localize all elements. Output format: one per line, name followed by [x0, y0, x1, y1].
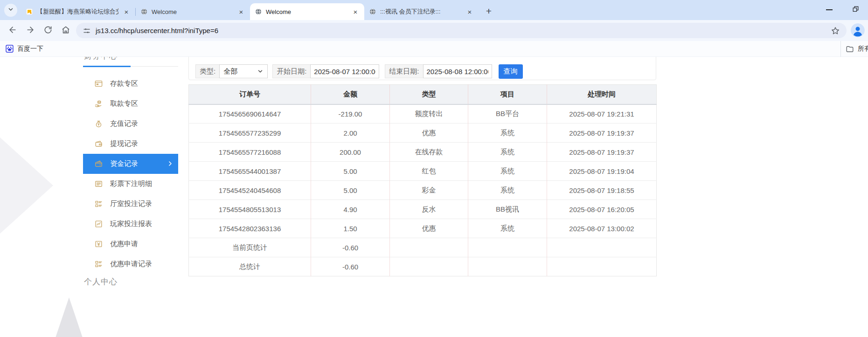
cell: 额度转出	[390, 104, 468, 124]
site-settings-icon[interactable]	[83, 27, 91, 35]
table-row: 17545655440013875.00红包系统2025-08-07 19:19…	[189, 162, 657, 181]
all-bookmarks-button[interactable]: 所有	[840, 41, 868, 57]
browser-tabstrip: 【新提醒】海燕策略论坛综合交×Welcome×Welcome×:::视讯 会员下…	[0, 0, 868, 20]
home-button[interactable]	[59, 24, 73, 38]
tab-close-icon[interactable]: ×	[351, 7, 360, 16]
sidebar-item-label: 存款专区	[110, 79, 138, 88]
back-icon	[8, 25, 17, 36]
cell: 当前页统计	[189, 238, 311, 257]
sidebar-item-promo-apply-records[interactable]: 优惠申请记录	[83, 254, 178, 274]
bookmark-baidu[interactable]: 百度一下	[6, 45, 43, 53]
tab-close-icon[interactable]: ×	[237, 7, 245, 16]
sidebar-item-deposit-zone[interactable]: 存款专区	[83, 74, 178, 94]
money-bag-icon	[94, 119, 103, 128]
table-row: 17545655772352992.00优惠系统2025-08-07 19:19…	[189, 124, 657, 143]
column-header: 订单号	[189, 85, 311, 104]
address-bar[interactable]: js13.cc/hhcp/usercenter.html?iniType=6	[76, 23, 847, 38]
select-caret-icon	[257, 68, 264, 75]
browser-toolbar: js13.cc/hhcp/usercenter.html?iniType=6	[0, 20, 868, 41]
sidebar-item-lottery-bet-details[interactable]: 彩票下注明细	[83, 174, 178, 194]
promo-list-icon	[94, 260, 103, 268]
cell: 系统	[468, 124, 547, 143]
cell: 系统	[468, 181, 547, 200]
sidebar-item-promo-apply[interactable]: 优惠申请	[83, 234, 178, 254]
cell: 2025-08-07 16:20:05	[547, 200, 657, 219]
restore-button[interactable]	[849, 4, 861, 16]
tab[interactable]: 【新提醒】海燕策略论坛综合交×	[21, 3, 135, 20]
page-content: 财务中心 存款专区取款专区充值记录提现记录资金记录彩票下注明细厅室投注记录玩家投…	[0, 57, 868, 337]
cell: 1754554805513013	[189, 200, 311, 219]
tab-active[interactable]: Welcome×	[250, 3, 364, 20]
globe-favicon-icon	[369, 8, 376, 15]
bookmark-star-icon[interactable]	[831, 26, 840, 35]
new-tab-button[interactable]: +	[482, 5, 495, 18]
bookmark-label: 百度一下	[17, 45, 43, 53]
sidebar-item-withdraw-records[interactable]: 提现记录	[83, 134, 178, 154]
restore-icon	[852, 5, 860, 15]
end-date-input[interactable]	[423, 64, 492, 78]
url-text: js13.cc/hhcp/usercenter.html?iniType=6	[96, 27, 218, 34]
profile-avatar[interactable]	[851, 23, 865, 37]
cell	[468, 238, 547, 257]
filter-panel: 类型: 全部 开始日期: 结束日期: 查询	[188, 57, 656, 80]
deposit-card-icon	[94, 79, 103, 88]
sidebar-item-withdraw-zone[interactable]: 取款专区	[83, 94, 178, 114]
background-triangle	[0, 131, 53, 240]
tab-close-icon[interactable]: ×	[465, 7, 474, 16]
tab-title: 【新提醒】海燕策略论坛综合交	[37, 7, 118, 16]
query-button[interactable]: 查询	[499, 64, 523, 79]
cell	[390, 257, 468, 276]
baidu-paw-icon	[6, 45, 14, 53]
cell	[390, 238, 468, 257]
cell: 优惠	[390, 124, 468, 143]
sidebar-item-label: 厅室投注记录	[110, 199, 152, 208]
cell: 2.00	[311, 124, 390, 143]
sidebar-item-recharge-records[interactable]: 充值记录	[83, 114, 178, 134]
cell: 反水	[390, 200, 468, 219]
reload-button[interactable]	[41, 24, 55, 38]
cell: 1754542802363136	[189, 219, 311, 238]
tab-search-button[interactable]	[4, 4, 17, 17]
main-content: 类型: 全部 开始日期: 结束日期: 查询 订单号金额类型项目处理时间 1754…	[188, 57, 656, 337]
cell	[547, 238, 657, 257]
all-bookmarks-label: 所有	[858, 45, 868, 53]
type-select[interactable]: 全部	[219, 64, 268, 78]
cell	[468, 257, 547, 276]
window-controls	[823, 2, 861, 17]
tab[interactable]: Welcome×	[136, 3, 250, 20]
sidebar-item-funds-records[interactable]: 资金记录	[83, 154, 178, 174]
tab-title: Welcome	[266, 8, 347, 15]
sidebar-item-room-bet-records[interactable]: 厅室投注记录	[83, 194, 178, 214]
cell: 优惠	[390, 219, 468, 238]
tab-close-icon[interactable]: ×	[122, 7, 131, 16]
start-date-input[interactable]	[310, 64, 379, 78]
column-header: 处理时间	[547, 85, 657, 104]
cell: 2025-08-07 19:21:31	[547, 104, 657, 124]
table-row: 1754565690614647-219.00额度转出BB平台2025-08-0…	[189, 104, 657, 124]
forward-button[interactable]	[23, 24, 37, 38]
tab-title: Welcome	[152, 8, 233, 15]
cell: 总统计	[189, 257, 311, 276]
minimize-button[interactable]	[823, 4, 835, 16]
tab[interactable]: :::视讯 会员下注纪录:::×	[364, 3, 479, 20]
chevron-right-icon	[167, 160, 174, 167]
cell: 在线存款	[390, 143, 468, 162]
forum-favicon-icon	[26, 8, 33, 15]
sidebar-item-label: 彩票下注明细	[110, 179, 152, 188]
type-label: 类型:	[195, 64, 219, 78]
back-button[interactable]	[6, 24, 20, 38]
cell: 系统	[468, 219, 547, 238]
table-header-row: 订单号金额类型项目处理时间	[189, 85, 657, 104]
bet-list-icon	[94, 199, 103, 208]
promo-icon	[94, 240, 103, 248]
globe-favicon-icon	[140, 8, 148, 15]
sidebar-item-player-bet-report[interactable]: 玩家投注报表	[83, 214, 178, 234]
wallet-icon	[94, 139, 103, 148]
sidebar-section-personal: 个人中心	[84, 276, 118, 287]
person-icon	[851, 23, 865, 37]
sidebar-menu: 存款专区取款专区充值记录提现记录资金记录彩票下注明细厅室投注记录玩家投注报表优惠…	[83, 74, 178, 274]
active-section-underline	[83, 66, 131, 67]
cell: 1754565577216088	[189, 143, 311, 162]
minimize-icon	[826, 9, 833, 10]
cell: -219.00	[311, 104, 390, 124]
